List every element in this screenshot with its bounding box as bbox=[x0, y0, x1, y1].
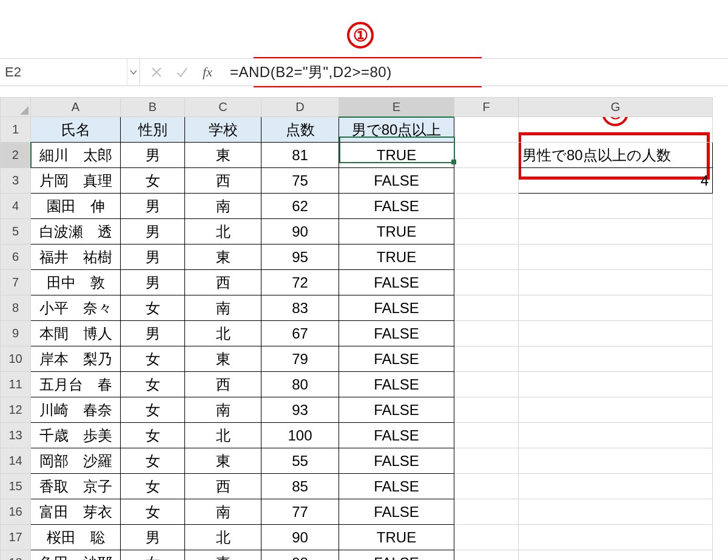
cell-G11[interactable] bbox=[519, 372, 713, 397]
cell-F13[interactable] bbox=[454, 423, 519, 448]
cell-B15[interactable]: 女 bbox=[121, 474, 185, 499]
cell-B1[interactable]: 性別 bbox=[121, 117, 185, 143]
row-header-2[interactable]: 2 bbox=[1, 143, 31, 168]
cell-D4[interactable]: 62 bbox=[261, 194, 339, 219]
cell-B17[interactable]: 男 bbox=[121, 525, 185, 550]
cell-F4[interactable] bbox=[454, 194, 519, 219]
cell-A12[interactable]: 川崎 春奈 bbox=[31, 397, 121, 423]
row-header-10[interactable]: 10 bbox=[1, 346, 31, 372]
cell-D5[interactable]: 90 bbox=[261, 219, 339, 245]
cell-B8[interactable]: 女 bbox=[121, 295, 185, 321]
col-header-E[interactable]: E bbox=[339, 98, 454, 117]
name-box-dropdown[interactable] bbox=[127, 59, 140, 86]
cell-G15[interactable] bbox=[519, 474, 713, 499]
cell-C5[interactable]: 北 bbox=[185, 219, 261, 245]
cell-D17[interactable]: 90 bbox=[261, 525, 339, 550]
cell-C1[interactable]: 学校 bbox=[185, 117, 261, 143]
cell-C18[interactable]: 東 bbox=[185, 550, 261, 561]
cell-E3[interactable]: FALSE bbox=[339, 168, 454, 194]
cell-C3[interactable]: 西 bbox=[185, 168, 261, 194]
formula-input[interactable]: =AND(B2="男",D2>=80) bbox=[224, 59, 728, 86]
row-header-11[interactable]: 11 bbox=[1, 372, 31, 397]
cell-A17[interactable]: 桜田 聡 bbox=[31, 525, 121, 550]
cell-A10[interactable]: 岸本 梨乃 bbox=[31, 346, 121, 372]
row-header-15[interactable]: 15 bbox=[1, 474, 31, 499]
cell-A14[interactable]: 岡部 沙羅 bbox=[31, 448, 121, 474]
cell-B18[interactable]: 女 bbox=[121, 550, 185, 561]
cell-B9[interactable]: 男 bbox=[121, 321, 185, 346]
cell-G17[interactable] bbox=[519, 525, 713, 550]
cell-E17[interactable]: TRUE bbox=[339, 525, 454, 550]
cell-C4[interactable]: 南 bbox=[185, 194, 261, 219]
cell-E14[interactable]: FALSE bbox=[339, 448, 454, 474]
cell-C17[interactable]: 北 bbox=[185, 525, 261, 550]
cell-B3[interactable]: 女 bbox=[121, 168, 185, 194]
cell-G2[interactable]: 男性で80点以上の人数 bbox=[519, 143, 713, 168]
cell-G18[interactable] bbox=[519, 550, 713, 561]
cell-E7[interactable]: FALSE bbox=[339, 270, 454, 295]
cell-G16[interactable] bbox=[519, 499, 713, 525]
cell-E8[interactable]: FALSE bbox=[339, 295, 454, 321]
cell-B16[interactable]: 女 bbox=[121, 499, 185, 525]
row-header-6[interactable]: 6 bbox=[1, 245, 31, 270]
cell-G13[interactable] bbox=[519, 423, 713, 448]
cell-C12[interactable]: 南 bbox=[185, 397, 261, 423]
cell-E15[interactable]: FALSE bbox=[339, 474, 454, 499]
cell-D11[interactable]: 80 bbox=[261, 372, 339, 397]
cell-E12[interactable]: FALSE bbox=[339, 397, 454, 423]
cell-G14[interactable] bbox=[519, 448, 713, 474]
cell-D10[interactable]: 79 bbox=[261, 346, 339, 372]
cell-B7[interactable]: 男 bbox=[121, 270, 185, 295]
row-header-14[interactable]: 14 bbox=[1, 448, 31, 474]
cell-C11[interactable]: 西 bbox=[185, 372, 261, 397]
select-all-corner[interactable] bbox=[1, 98, 31, 117]
cell-F6[interactable] bbox=[454, 245, 519, 270]
cell-E11[interactable]: FALSE bbox=[339, 372, 454, 397]
row-header-7[interactable]: 7 bbox=[1, 270, 31, 295]
cell-D9[interactable]: 67 bbox=[261, 321, 339, 346]
cell-A4[interactable]: 園田 伸 bbox=[31, 194, 121, 219]
cell-F16[interactable] bbox=[454, 499, 519, 525]
cell-B12[interactable]: 女 bbox=[121, 397, 185, 423]
cell-A18[interactable]: 角田 沙耶 bbox=[31, 550, 121, 561]
cell-D8[interactable]: 83 bbox=[261, 295, 339, 321]
cell-G12[interactable] bbox=[519, 397, 713, 423]
cell-F9[interactable] bbox=[454, 321, 519, 346]
col-header-F[interactable]: F bbox=[454, 98, 519, 117]
formula-enter-button[interactable] bbox=[169, 59, 195, 86]
cell-C15[interactable]: 西 bbox=[185, 474, 261, 499]
cell-D18[interactable]: 98 bbox=[261, 550, 339, 561]
cell-F3[interactable] bbox=[454, 168, 519, 194]
cell-B5[interactable]: 男 bbox=[121, 219, 185, 245]
cell-C13[interactable]: 北 bbox=[185, 423, 261, 448]
formula-cancel-button[interactable] bbox=[144, 59, 169, 86]
cell-A8[interactable]: 小平 奈々 bbox=[31, 295, 121, 321]
cell-B4[interactable]: 男 bbox=[121, 194, 185, 219]
row-header-3[interactable]: 3 bbox=[1, 168, 31, 194]
cell-F15[interactable] bbox=[454, 474, 519, 499]
row-header-17[interactable]: 17 bbox=[1, 525, 31, 550]
cell-G9[interactable] bbox=[519, 321, 713, 346]
col-header-D[interactable]: D bbox=[261, 98, 339, 117]
cell-E13[interactable]: FALSE bbox=[339, 423, 454, 448]
cell-B11[interactable]: 女 bbox=[121, 372, 185, 397]
cell-E4[interactable]: FALSE bbox=[339, 194, 454, 219]
row-header-16[interactable]: 16 bbox=[1, 499, 31, 525]
col-header-G[interactable]: G bbox=[519, 98, 713, 117]
cell-F5[interactable] bbox=[454, 219, 519, 245]
col-header-B[interactable]: B bbox=[121, 98, 185, 117]
cell-C14[interactable]: 東 bbox=[185, 448, 261, 474]
cell-C10[interactable]: 東 bbox=[185, 346, 261, 372]
cell-A15[interactable]: 香取 京子 bbox=[31, 474, 121, 499]
cell-E1[interactable]: 男で80点以上 bbox=[339, 117, 454, 143]
cell-C16[interactable]: 南 bbox=[185, 499, 261, 525]
cell-F12[interactable] bbox=[454, 397, 519, 423]
cell-G3[interactable]: 4 bbox=[519, 168, 713, 194]
cell-E5[interactable]: TRUE bbox=[339, 219, 454, 245]
cell-F11[interactable] bbox=[454, 372, 519, 397]
cell-B2[interactable]: 男 bbox=[121, 143, 185, 168]
cell-G1[interactable] bbox=[519, 117, 713, 143]
cell-A3[interactable]: 片岡 真理 bbox=[31, 168, 121, 194]
cell-E16[interactable]: FALSE bbox=[339, 499, 454, 525]
cell-C7[interactable]: 西 bbox=[185, 270, 261, 295]
